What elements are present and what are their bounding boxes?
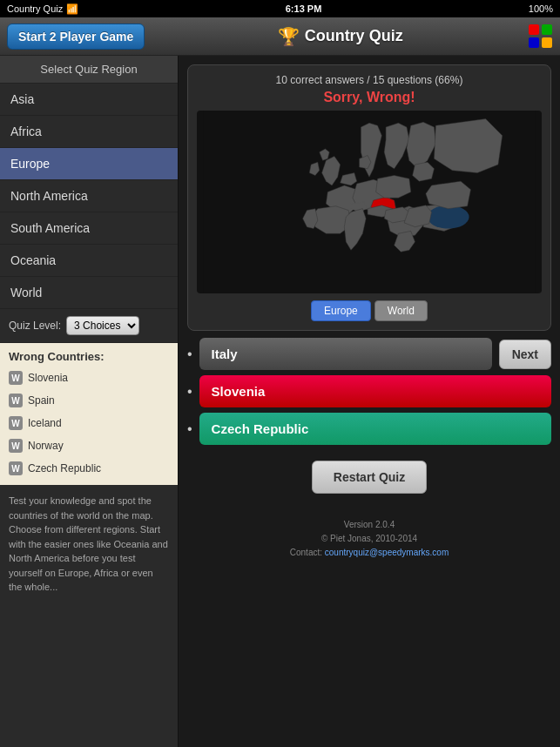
list-item: W Norway bbox=[0, 434, 178, 457]
contact-text: Contact: countryquiz@speedymarks.com bbox=[187, 546, 551, 560]
sidebar-item-south-america[interactable]: South America bbox=[0, 212, 178, 245]
copyright-text: © Piet Jonas, 2010-2014 bbox=[187, 532, 551, 546]
choice-row-2: • Slovenia bbox=[187, 375, 551, 407]
map-card: 10 correct answers / 15 questions (66%) … bbox=[187, 64, 551, 331]
list-item: W Slovenia bbox=[0, 367, 178, 389]
main-layout: Select Quiz Region Asia Africa Europe No… bbox=[0, 56, 560, 747]
wrong-country-name: Iceland bbox=[28, 417, 62, 429]
next-button[interactable]: Next bbox=[499, 340, 551, 369]
status-left: Country Quiz 📶 bbox=[7, 3, 78, 15]
sidebar-item-asia[interactable]: Asia bbox=[0, 84, 178, 116]
choices-area: • Italy Next • Slovenia • Czech Republic bbox=[187, 338, 551, 445]
description-text: Test your knowledge and spot the countri… bbox=[9, 494, 169, 595]
status-bar: Country Quiz 📶 6:13 PM 100% bbox=[0, 0, 560, 17]
status-time: 6:13 PM bbox=[286, 3, 322, 14]
status-battery: 100% bbox=[529, 3, 553, 14]
start-2player-button[interactable]: Start 2 Player Game bbox=[7, 24, 145, 50]
sidebar-item-world[interactable]: World bbox=[0, 277, 178, 309]
description-section: Test your knowledge and spot the countri… bbox=[0, 485, 178, 747]
map-image bbox=[197, 111, 542, 293]
restart-button[interactable]: Restart Quiz bbox=[312, 461, 427, 494]
version-text: Version 2.0.4 bbox=[187, 518, 551, 532]
sidebar-item-north-america[interactable]: North America bbox=[0, 180, 178, 212]
wrong-country-name: Slovenia bbox=[28, 372, 68, 384]
choice-row-1: • Italy Next bbox=[187, 338, 551, 370]
sidebar-item-africa[interactable]: Africa bbox=[0, 116, 178, 148]
map-tabs: Europe World bbox=[197, 300, 542, 321]
wrong-badge: W bbox=[9, 371, 23, 385]
wrong-badge: W bbox=[9, 394, 23, 407]
wrong-country-name: Spain bbox=[28, 394, 55, 407]
trophy-icon: 🏆 bbox=[278, 26, 300, 47]
choice-row-3: • Czech Republic bbox=[187, 413, 551, 445]
wrong-country-name: Czech Republic bbox=[28, 462, 101, 474]
map-result: Sorry, Wrong! bbox=[197, 90, 542, 105]
bullet-2: • bbox=[187, 384, 192, 400]
wrong-badge: W bbox=[9, 416, 23, 430]
wrong-badge: W bbox=[9, 439, 23, 453]
list-item: W Czech Republic bbox=[0, 457, 178, 480]
map-tab-world[interactable]: World bbox=[374, 300, 428, 321]
choice-button-czech-republic[interactable]: Czech Republic bbox=[199, 413, 551, 445]
restart-area: Restart Quiz bbox=[187, 452, 551, 502]
app-name-status: Country Quiz bbox=[7, 3, 63, 14]
sidebar-item-oceania[interactable]: Oceania bbox=[0, 245, 178, 277]
sidebar: Select Quiz Region Asia Africa Europe No… bbox=[0, 56, 179, 747]
wifi-icon: 📶 bbox=[66, 3, 78, 15]
footer: Version 2.0.4 © Piet Jonas, 2010-2014 Co… bbox=[187, 509, 551, 563]
quiz-level-row: Quiz Level: 3 Choices 4 Choices 5 Choice… bbox=[0, 309, 178, 343]
list-item: W Iceland bbox=[0, 412, 178, 434]
quiz-level-select[interactable]: 3 Choices 4 Choices 5 Choices bbox=[66, 316, 139, 335]
bullet-3: • bbox=[187, 421, 192, 437]
bullet-1: • bbox=[187, 347, 192, 362]
sidebar-item-europe[interactable]: Europe bbox=[0, 148, 178, 180]
choice-button-italy[interactable]: Italy bbox=[199, 338, 492, 370]
region-list: Asia Africa Europe North America South A… bbox=[0, 84, 178, 309]
wrong-list: W Slovenia W Spain W Iceland W Norway W bbox=[0, 367, 178, 485]
list-item: W Spain bbox=[0, 389, 178, 412]
content-area: 10 correct answers / 15 questions (66%) … bbox=[179, 56, 560, 747]
wrong-country-name: Norway bbox=[28, 440, 64, 452]
wrong-badge: W bbox=[9, 461, 23, 475]
wrong-section-title: Wrong Countries: bbox=[0, 343, 178, 367]
contact-link[interactable]: countryquiz@speedymarks.com bbox=[325, 548, 449, 557]
map-stats: 10 correct answers / 15 questions (66%) bbox=[197, 74, 542, 86]
nav-title: Country Quiz bbox=[305, 27, 403, 45]
wrong-section: Wrong Countries: W Slovenia W Spain W Ic… bbox=[0, 343, 178, 485]
rubiks-cube-icon bbox=[529, 24, 553, 49]
nav-bar: Start 2 Player Game 🏆 Country Quiz bbox=[0, 17, 560, 56]
map-tab-europe[interactable]: Europe bbox=[311, 300, 371, 321]
sidebar-header: Select Quiz Region bbox=[0, 56, 178, 84]
quiz-level-label: Quiz Level: bbox=[9, 320, 61, 332]
choice-button-slovenia[interactable]: Slovenia bbox=[199, 375, 551, 407]
